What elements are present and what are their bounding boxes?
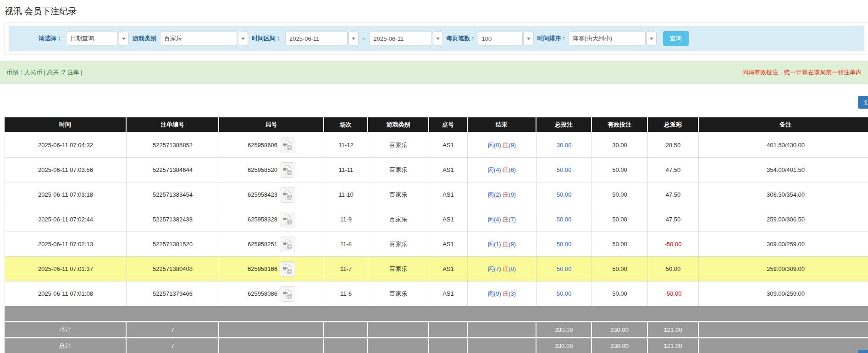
result-banker-points: (7): [509, 216, 516, 223]
cell-remark: 259.00/306.50: [699, 207, 868, 232]
cell-total-bet: 50.00: [536, 232, 592, 257]
filter-panel: 请选择： 游戏类别 时间区间： ~ 每页笔数 : 时间排序 :: [5, 22, 868, 55]
cell-total-bet: 50.00: [536, 207, 592, 232]
col-header-valid-bet: 有效投注: [592, 117, 648, 133]
cell-bet-number: 522571379466: [127, 281, 219, 306]
subtotal-count: 7: [127, 322, 219, 338]
date-to-input[interactable]: [370, 32, 432, 45]
subtotal-row: 小计 7 330.00 330.00 121.00: [5, 322, 868, 338]
date-to-caret-button[interactable]: [433, 32, 443, 45]
cell-game-type: 百家乐: [368, 281, 429, 306]
cell-total-bet: 30.00: [536, 133, 592, 158]
total-bet-link[interactable]: 50.00: [557, 216, 572, 223]
video-replay-icon[interactable]: [280, 286, 295, 302]
cell-table-number: AS1: [429, 182, 468, 207]
query-type-input[interactable]: [66, 32, 118, 45]
result-banker-text: 庄: [503, 290, 509, 297]
caret-down-icon: [122, 38, 126, 40]
game-type-caret-button[interactable]: [238, 32, 248, 45]
cell-remark: 259.00/309.00: [699, 257, 868, 281]
result-player-text: 闲(2): [488, 191, 501, 198]
page-size-input[interactable]: [478, 32, 523, 45]
video-replay-icon[interactable]: [280, 212, 295, 227]
summary-gap: [5, 306, 868, 322]
table-row: 2025-06-11 07:02:13 522571381520 6259582…: [5, 232, 868, 257]
cell-total-payout: 47.50: [648, 182, 699, 207]
cell-remark: 354.00/401.50: [699, 158, 868, 182]
cell-table-number: AS1: [429, 158, 468, 182]
cell-total-payout: 50.00: [648, 257, 699, 281]
result-banker-points: (0): [509, 265, 516, 272]
col-header-session: 场次: [324, 117, 368, 133]
game-type-label: 游戏类别: [133, 34, 156, 43]
result-banker-points: (3): [509, 290, 516, 297]
query-button[interactable]: 查询: [663, 31, 689, 46]
total-bet-link[interactable]: 50.00: [557, 290, 572, 297]
cell-remark: 309.00/259.00: [699, 281, 868, 306]
currency-summary-bar: 币别：人民币 | 总共 :7 注单 | 同局有效投注，统一计算在该局第一张注单内: [0, 61, 868, 84]
result-banker-text: 庄: [503, 191, 509, 198]
query-type-caret-button[interactable]: [119, 32, 129, 45]
cell-game-type: 百家乐: [368, 158, 429, 182]
cell-result: 闲(2) 庄(9): [468, 182, 536, 207]
video-replay-icon[interactable]: [280, 162, 295, 178]
cell-total-payout: 28.50: [648, 133, 699, 158]
cell-game-type: 百家乐: [368, 133, 429, 158]
table-row: 2025-06-11 07:02:44 522571382438 6259583…: [5, 207, 868, 232]
table-row: 2025-06-11 07:03:56 522571384644 6259585…: [5, 158, 868, 182]
page-size-label: 每页笔数 :: [447, 34, 474, 43]
result-player-text: 闲(1): [488, 241, 501, 248]
grand-total-payout: 121.00: [648, 338, 699, 353]
total-bet-link[interactable]: 50.00: [557, 241, 572, 248]
cell-round-number: 625958423: [219, 182, 324, 207]
cell-session: 11-7: [324, 257, 368, 281]
video-replay-icon[interactable]: [280, 237, 295, 252]
cell-round-number: 625958251: [219, 232, 324, 257]
col-header-total-payout: 总派彩: [648, 117, 699, 133]
date-range-label: 时间区间：: [252, 34, 282, 43]
col-header-total-bet: 总投注: [536, 117, 592, 133]
total-bet-link[interactable]: 50.00: [557, 166, 572, 173]
cell-session: 11-8: [324, 232, 368, 257]
table-row: 2025-06-11 07:01:37 522571380408 6259581…: [5, 257, 868, 281]
caret-down-icon: [241, 38, 245, 40]
result-banker-points: (9): [509, 241, 516, 248]
page-size-caret-button[interactable]: [524, 32, 534, 45]
total-bet-link[interactable]: 30.00: [557, 142, 572, 149]
time-sort-input[interactable]: [569, 32, 646, 45]
game-type-input[interactable]: [160, 32, 237, 45]
total-bet-link[interactable]: 50.00: [557, 265, 572, 272]
subtotal-total-bet: 330.00: [536, 322, 592, 338]
pagination-page-1-top[interactable]: 1: [858, 96, 868, 109]
result-player-text: 闲(4): [488, 166, 501, 173]
video-replay-icon[interactable]: [280, 261, 295, 277]
result-player-text: 闲(4): [488, 216, 501, 223]
cell-table-number: AS1: [429, 232, 468, 257]
cell-round-number: 625958086: [219, 281, 324, 306]
grand-total-row: 总计 7 330.00 330.00 121.00: [5, 338, 868, 353]
result-player-text: 闲(7): [488, 265, 501, 272]
time-sort-caret-button[interactable]: [647, 32, 657, 45]
cell-time: 2025-06-11 07:01:08: [5, 281, 127, 306]
video-replay-icon[interactable]: [280, 138, 295, 153]
video-replay-icon[interactable]: [280, 187, 295, 203]
date-from-input[interactable]: [285, 32, 348, 45]
table-row: 2025-06-11 07:03:18 522571383454 6259584…: [5, 182, 868, 207]
result-banker-text: 庄: [503, 216, 509, 223]
filter-bar: 请选择： 游戏类别 时间区间： ~ 每页笔数 : 时间排序 :: [9, 26, 864, 51]
result-player-text: 闲(9): [488, 290, 501, 297]
cell-time: 2025-06-11 07:02:13: [5, 232, 127, 257]
cell-table-number: AS1: [429, 133, 468, 158]
pagination-page-1-bottom[interactable]: 1: [858, 350, 868, 353]
cell-result: 闲(4) 庄(6): [468, 158, 536, 182]
table-header-row: 时间 注单编号 局号 场次 游戏类别 桌号 结果 总投注 有效投注 总派彩 备注: [5, 117, 868, 133]
total-bet-link[interactable]: 50.00: [557, 191, 572, 198]
grand-total-label: 总计: [5, 338, 127, 353]
cell-total-payout: -50.00: [648, 281, 699, 306]
date-from-caret-button[interactable]: [348, 32, 359, 45]
currency-total-text: 币别：人民币 | 总共 :7 注单 |: [6, 68, 83, 77]
cell-round-number: 625958166: [219, 257, 324, 281]
cell-valid-bet: 50.00: [592, 158, 648, 182]
col-header-result: 结果: [468, 117, 536, 133]
cell-result: 闲(0) 庄(9): [468, 133, 536, 158]
